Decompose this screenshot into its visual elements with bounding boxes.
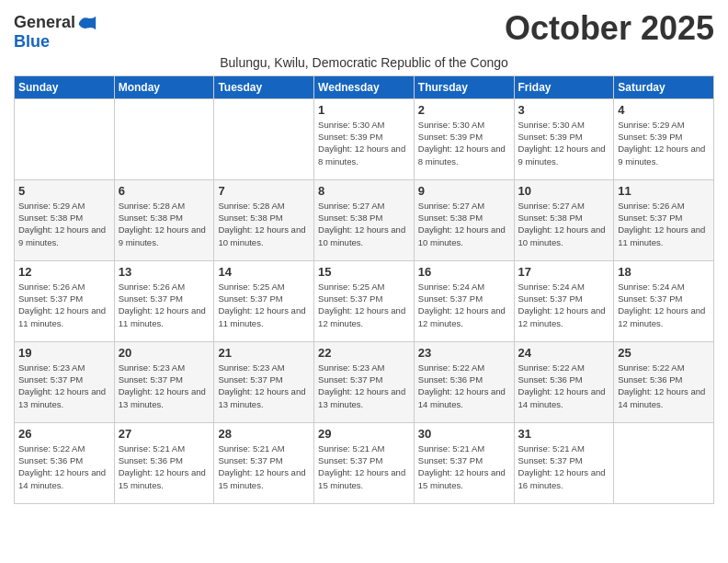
day-info: Sunrise: 5:26 AMSunset: 5:37 PMDaylight:… xyxy=(119,281,210,329)
calendar-cell: 29Sunrise: 5:21 AMSunset: 5:37 PMDayligh… xyxy=(314,422,415,503)
column-header-thursday: Thursday xyxy=(414,75,514,98)
day-number: 17 xyxy=(518,265,610,279)
day-number: 8 xyxy=(318,184,410,198)
calendar-cell: 30Sunrise: 5:21 AMSunset: 5:37 PMDayligh… xyxy=(414,422,514,503)
calendar-week-row: 1Sunrise: 5:30 AMSunset: 5:39 PMDaylight… xyxy=(15,98,714,179)
calendar-cell: 15Sunrise: 5:25 AMSunset: 5:37 PMDayligh… xyxy=(314,260,415,341)
day-info: Sunrise: 5:24 AMSunset: 5:37 PMDaylight:… xyxy=(418,281,510,329)
day-info: Sunrise: 5:21 AMSunset: 5:37 PMDaylight:… xyxy=(518,442,610,491)
calendar-header-row: SundayMondayTuesdayWednesdayThursdayFrid… xyxy=(15,75,714,98)
calendar-cell: 12Sunrise: 5:26 AMSunset: 5:37 PMDayligh… xyxy=(15,260,115,341)
calendar-week-row: 12Sunrise: 5:26 AMSunset: 5:37 PMDayligh… xyxy=(15,260,714,341)
day-number: 13 xyxy=(119,265,210,279)
day-number: 26 xyxy=(18,427,110,441)
day-number: 24 xyxy=(518,346,610,360)
day-number: 11 xyxy=(618,184,710,198)
day-info: Sunrise: 5:21 AMSunset: 5:37 PMDaylight:… xyxy=(218,442,310,491)
day-info: Sunrise: 5:30 AMSunset: 5:39 PMDaylight:… xyxy=(318,119,410,167)
day-number: 5 xyxy=(18,184,110,198)
day-info: Sunrise: 5:26 AMSunset: 5:37 PMDaylight:… xyxy=(18,281,110,329)
column-header-wednesday: Wednesday xyxy=(314,75,415,98)
day-number: 20 xyxy=(119,346,210,360)
day-number: 10 xyxy=(518,184,610,198)
calendar-cell: 20Sunrise: 5:23 AMSunset: 5:37 PMDayligh… xyxy=(114,341,214,422)
calendar-cell: 27Sunrise: 5:21 AMSunset: 5:36 PMDayligh… xyxy=(114,422,214,503)
calendar-cell xyxy=(15,98,115,179)
day-info: Sunrise: 5:28 AMSunset: 5:38 PMDaylight:… xyxy=(218,200,310,248)
day-info: Sunrise: 5:24 AMSunset: 5:37 PMDaylight:… xyxy=(518,281,610,329)
header: General Blue October 2025 xyxy=(14,9,714,52)
calendar-cell: 3Sunrise: 5:30 AMSunset: 5:39 PMDaylight… xyxy=(514,98,614,179)
day-number: 6 xyxy=(119,184,210,198)
column-header-friday: Friday xyxy=(514,75,614,98)
calendar-cell: 14Sunrise: 5:25 AMSunset: 5:37 PMDayligh… xyxy=(214,260,314,341)
day-info: Sunrise: 5:26 AMSunset: 5:37 PMDaylight:… xyxy=(618,200,710,248)
day-info: Sunrise: 5:22 AMSunset: 5:36 PMDaylight:… xyxy=(518,362,610,410)
day-info: Sunrise: 5:21 AMSunset: 5:37 PMDaylight:… xyxy=(418,442,510,491)
calendar-cell: 9Sunrise: 5:27 AMSunset: 5:38 PMDaylight… xyxy=(414,179,514,260)
day-info: Sunrise: 5:30 AMSunset: 5:39 PMDaylight:… xyxy=(518,119,610,167)
day-number: 29 xyxy=(318,427,410,441)
day-info: Sunrise: 5:29 AMSunset: 5:38 PMDaylight:… xyxy=(18,200,110,248)
day-number: 4 xyxy=(618,103,710,117)
column-header-saturday: Saturday xyxy=(614,75,714,98)
calendar-cell: 17Sunrise: 5:24 AMSunset: 5:37 PMDayligh… xyxy=(514,260,614,341)
calendar-cell: 4Sunrise: 5:29 AMSunset: 5:39 PMDaylight… xyxy=(614,98,714,179)
calendar-cell: 26Sunrise: 5:22 AMSunset: 5:36 PMDayligh… xyxy=(15,422,115,503)
calendar-cell: 23Sunrise: 5:22 AMSunset: 5:36 PMDayligh… xyxy=(414,341,514,422)
calendar-cell: 18Sunrise: 5:24 AMSunset: 5:37 PMDayligh… xyxy=(614,260,714,341)
calendar-cell xyxy=(214,98,314,179)
calendar-cell: 1Sunrise: 5:30 AMSunset: 5:39 PMDaylight… xyxy=(314,98,415,179)
day-number: 2 xyxy=(418,103,510,117)
month-title: October 2025 xyxy=(505,9,714,48)
subtitle: Bulungu, Kwilu, Democratic Republic of t… xyxy=(14,55,714,70)
day-info: Sunrise: 5:23 AMSunset: 5:37 PMDaylight:… xyxy=(218,362,310,410)
calendar-week-row: 26Sunrise: 5:22 AMSunset: 5:36 PMDayligh… xyxy=(15,422,714,503)
day-info: Sunrise: 5:27 AMSunset: 5:38 PMDaylight:… xyxy=(318,200,410,248)
calendar-cell: 2Sunrise: 5:30 AMSunset: 5:39 PMDaylight… xyxy=(414,98,514,179)
calendar-cell: 11Sunrise: 5:26 AMSunset: 5:37 PMDayligh… xyxy=(614,179,714,260)
day-number: 31 xyxy=(518,427,610,441)
day-info: Sunrise: 5:21 AMSunset: 5:37 PMDaylight:… xyxy=(318,442,410,491)
day-info: Sunrise: 5:24 AMSunset: 5:37 PMDaylight:… xyxy=(618,281,710,329)
calendar-cell xyxy=(614,422,714,503)
day-info: Sunrise: 5:25 AMSunset: 5:37 PMDaylight:… xyxy=(318,281,410,329)
day-info: Sunrise: 5:23 AMSunset: 5:37 PMDaylight:… xyxy=(18,362,110,410)
calendar-cell: 13Sunrise: 5:26 AMSunset: 5:37 PMDayligh… xyxy=(114,260,214,341)
day-number: 7 xyxy=(218,184,310,198)
day-number: 25 xyxy=(618,346,710,360)
day-info: Sunrise: 5:27 AMSunset: 5:38 PMDaylight:… xyxy=(418,200,510,248)
calendar-table: SundayMondayTuesdayWednesdayThursdayFrid… xyxy=(14,75,714,504)
day-number: 27 xyxy=(119,427,210,441)
calendar-cell: 8Sunrise: 5:27 AMSunset: 5:38 PMDaylight… xyxy=(314,179,415,260)
day-info: Sunrise: 5:23 AMSunset: 5:37 PMDaylight:… xyxy=(119,362,210,410)
calendar-week-row: 5Sunrise: 5:29 AMSunset: 5:38 PMDaylight… xyxy=(15,179,714,260)
day-number: 21 xyxy=(218,346,310,360)
day-info: Sunrise: 5:23 AMSunset: 5:37 PMDaylight:… xyxy=(318,362,410,410)
calendar-cell xyxy=(114,98,214,179)
day-info: Sunrise: 5:25 AMSunset: 5:37 PMDaylight:… xyxy=(218,281,310,329)
day-number: 30 xyxy=(418,427,510,441)
day-number: 12 xyxy=(18,265,110,279)
calendar-cell: 31Sunrise: 5:21 AMSunset: 5:37 PMDayligh… xyxy=(514,422,614,503)
day-number: 3 xyxy=(518,103,610,117)
day-number: 23 xyxy=(418,346,510,360)
day-info: Sunrise: 5:22 AMSunset: 5:36 PMDaylight:… xyxy=(18,442,110,491)
day-number: 14 xyxy=(218,265,310,279)
logo: General Blue xyxy=(14,13,97,52)
calendar-cell: 21Sunrise: 5:23 AMSunset: 5:37 PMDayligh… xyxy=(214,341,314,422)
day-info: Sunrise: 5:22 AMSunset: 5:36 PMDaylight:… xyxy=(418,362,510,410)
calendar-cell: 22Sunrise: 5:23 AMSunset: 5:37 PMDayligh… xyxy=(314,341,415,422)
calendar-cell: 16Sunrise: 5:24 AMSunset: 5:37 PMDayligh… xyxy=(414,260,514,341)
logo-general: General xyxy=(14,14,75,32)
calendar-cell: 25Sunrise: 5:22 AMSunset: 5:36 PMDayligh… xyxy=(614,341,714,422)
calendar-cell: 7Sunrise: 5:28 AMSunset: 5:38 PMDaylight… xyxy=(214,179,314,260)
calendar-cell: 10Sunrise: 5:27 AMSunset: 5:38 PMDayligh… xyxy=(514,179,614,260)
calendar-cell: 5Sunrise: 5:29 AMSunset: 5:38 PMDaylight… xyxy=(15,179,115,260)
calendar-cell: 28Sunrise: 5:21 AMSunset: 5:37 PMDayligh… xyxy=(214,422,314,503)
column-header-monday: Monday xyxy=(114,75,214,98)
day-info: Sunrise: 5:27 AMSunset: 5:38 PMDaylight:… xyxy=(518,200,610,248)
day-number: 1 xyxy=(318,103,410,117)
column-header-sunday: Sunday xyxy=(15,75,115,98)
day-number: 15 xyxy=(318,265,410,279)
